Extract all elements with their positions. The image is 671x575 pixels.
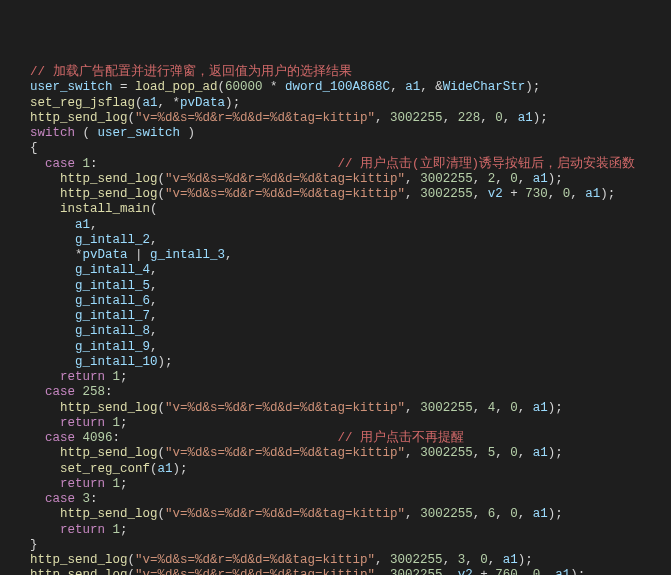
code-token: case (30, 492, 75, 506)
code-token: ; (120, 416, 128, 430)
code-token: , (443, 553, 458, 567)
code-token (30, 233, 75, 247)
code-token: , (405, 172, 420, 186)
code-token: , (495, 401, 510, 415)
code-token: , (548, 187, 563, 201)
code-token: a1 (585, 187, 600, 201)
code-token: , (150, 279, 158, 293)
code-token: g_intall_5 (75, 279, 150, 293)
code-token (98, 157, 338, 171)
code-token: install_main (60, 202, 150, 216)
code-token (30, 187, 60, 201)
code-token (30, 309, 75, 323)
code-token: ( (158, 446, 166, 460)
code-token: pvData (180, 96, 225, 110)
code-token: ( (158, 172, 166, 186)
code-token: ( (158, 187, 166, 201)
code-token: ; (555, 172, 563, 186)
code-token: , (443, 568, 458, 575)
code-token: * (173, 96, 181, 110)
code-token: , (495, 172, 510, 186)
code-token (105, 416, 113, 430)
code-token: "v=%d&s=%d&r=%d&d=%d&tag=kittip" (135, 111, 375, 125)
code-token: http_send_log (60, 446, 158, 460)
code-token: a1 (503, 553, 518, 567)
code-token: , (503, 111, 518, 125)
code-token (30, 355, 75, 369)
code-token: return (60, 477, 105, 491)
code-token: * (75, 248, 83, 262)
code-token: , (150, 294, 158, 308)
code-token (105, 523, 113, 537)
code-token: user_switch (98, 126, 181, 140)
code-token: , (480, 111, 495, 125)
code-token: a1 (555, 568, 570, 575)
code-token: return (60, 416, 105, 430)
code-token (30, 324, 75, 338)
code-token: , (473, 446, 488, 460)
code-token: 0 (510, 401, 518, 415)
code-token: , (150, 309, 158, 323)
code-token: ; (180, 462, 188, 476)
code-token: , (405, 187, 420, 201)
code-token (105, 370, 113, 384)
code-token: ) (570, 568, 578, 575)
code-token: "v=%d&s=%d&r=%d&d=%d&tag=kittip" (165, 507, 405, 521)
code-token: 4096 (83, 431, 113, 445)
code-token (75, 385, 83, 399)
code-token: ; (525, 553, 533, 567)
code-token: , (375, 553, 390, 567)
code-token: 3002255 (420, 187, 473, 201)
code-token (30, 294, 75, 308)
code-token: g_intall_8 (75, 324, 150, 338)
code-content: // 加载广告配置并进行弹窗，返回值为用户的选择结果 user_switch =… (30, 65, 635, 575)
code-token: , (225, 248, 233, 262)
code-token: "v=%d&s=%d&r=%d&d=%d&tag=kittip" (165, 187, 405, 201)
code-token: ) (600, 187, 608, 201)
code-token: , (488, 553, 503, 567)
code-token: ; (165, 355, 173, 369)
code-token: case (30, 157, 75, 171)
code-token (30, 446, 60, 460)
code-token: 1 (113, 370, 121, 384)
code-token: , (473, 187, 488, 201)
code-token: , (375, 568, 390, 575)
code-token: & (435, 80, 443, 94)
code-token: { (30, 141, 38, 155)
code-token (30, 523, 60, 537)
code-token: , (443, 111, 458, 125)
code-token: a1 (518, 111, 533, 125)
code-token: http_send_log (60, 507, 158, 521)
code-token (75, 157, 83, 171)
code-token: ; (608, 187, 616, 201)
code-token: , (473, 507, 488, 521)
code-token: , (518, 172, 533, 186)
code-token: 0 (480, 553, 488, 567)
code-token: , (570, 187, 585, 201)
code-token: "v=%d&s=%d&r=%d&d=%d&tag=kittip" (165, 446, 405, 460)
code-token: ; (120, 523, 128, 537)
code-token: 1 (83, 157, 91, 171)
code-token: ( (135, 96, 143, 110)
code-token: : (90, 492, 98, 506)
code-token (30, 172, 60, 186)
code-token: 3002255 (390, 568, 443, 575)
code-token: , (465, 553, 480, 567)
code-token: , (158, 96, 173, 110)
code-token (30, 401, 60, 415)
code-token: , (540, 568, 555, 575)
code-token: ) (525, 80, 533, 94)
code-token: , (150, 263, 158, 277)
code-token: : (113, 431, 121, 445)
code-token: 1 (113, 416, 121, 430)
code-token: WideCharStr (443, 80, 526, 94)
code-token: , (518, 446, 533, 460)
code-token (30, 340, 75, 354)
code-token: } (30, 538, 38, 552)
code-token: ; (533, 80, 541, 94)
code-token (30, 202, 60, 216)
code-token: "v=%d&s=%d&r=%d&d=%d&tag=kittip" (165, 401, 405, 415)
code-token (30, 263, 75, 277)
code-token: ; (120, 477, 128, 491)
code-token: a1 (533, 507, 548, 521)
